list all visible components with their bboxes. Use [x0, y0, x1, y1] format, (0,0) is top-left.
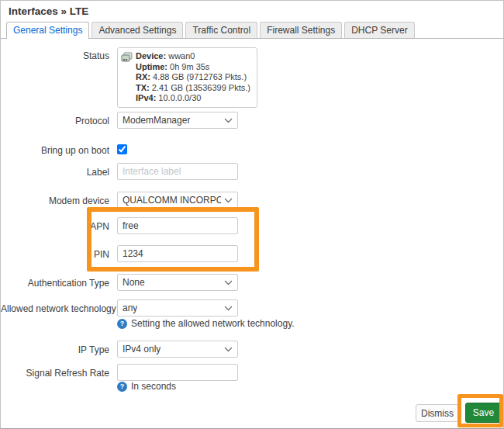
help-text: Setting the allowed network technology.: [131, 318, 295, 329]
chevron-down-icon: [224, 344, 233, 355]
tab-traffic-control[interactable]: Traffic Control: [185, 22, 257, 38]
status-text: Device: wwan0 Uptime: 0h 9m 35s RX: 4.88…: [136, 51, 250, 104]
authentication-type-label: Authentication Type: [1, 278, 109, 289]
chevron-down-icon: [224, 115, 233, 126]
tab-advanced-settings[interactable]: Advanced Settings: [91, 22, 183, 38]
tab-bar: General Settings Advanced Settings Traff…: [1, 22, 503, 39]
status-line: Device: wwan0: [136, 51, 250, 62]
allowed-network-technology-select[interactable]: any: [117, 299, 238, 317]
save-button[interactable]: Save: [465, 403, 502, 423]
signal-refresh-rate-help: ? In seconds: [117, 381, 176, 392]
help-icon: ?: [117, 319, 127, 329]
authentication-type-select-value: None: [123, 277, 145, 288]
authentication-type-select[interactable]: None: [117, 274, 238, 291]
status-line: IPv4: 10.0.0.0/30: [136, 93, 250, 104]
allowed-network-technology-select-value: any: [123, 303, 137, 313]
status-label: Status: [1, 50, 109, 61]
allowed-network-technology-help: ? Setting the allowed network technology…: [117, 318, 295, 329]
signal-refresh-rate-input[interactable]: [117, 364, 238, 381]
help-icon: ?: [117, 382, 127, 392]
interface-icon: [121, 52, 133, 65]
signal-refresh-rate-label: Signal Refresh Rate: [1, 368, 109, 379]
bring-up-on-boot-checkbox[interactable]: [117, 144, 127, 154]
ip-type-select[interactable]: IPv4 only: [117, 341, 238, 358]
ip-type-select-value: IPv4 only: [123, 344, 161, 355]
pin-input[interactable]: [117, 245, 238, 262]
chevron-down-icon: [224, 303, 233, 313]
bring-up-on-boot-label: Bring up on boot: [1, 145, 109, 156]
modem-device-select-value: QUALCOMM INCORPORATE: [123, 195, 221, 206]
modem-device-select[interactable]: QUALCOMM INCORPORATE: [117, 192, 238, 209]
protocol-select[interactable]: ModemManager: [117, 112, 238, 129]
help-text: In seconds: [131, 381, 176, 392]
chevron-down-icon: [224, 277, 233, 288]
interface-edit-dialog: Interfaces » LTE General Settings Advanc…: [0, 0, 504, 429]
tab-dhcp-server[interactable]: DHCP Server: [344, 22, 414, 38]
modem-device-label: Modem device: [1, 195, 109, 206]
status-box: Device: wwan0 Uptime: 0h 9m 35s RX: 4.88…: [117, 47, 257, 108]
chevron-down-icon: [224, 195, 233, 206]
dismiss-button[interactable]: Dismiss: [416, 404, 459, 422]
page-title: Interfaces » LTE: [9, 5, 88, 17]
ip-type-label: IP Type: [1, 344, 109, 355]
protocol-label: Protocol: [1, 116, 109, 126]
apn-input[interactable]: [117, 217, 238, 234]
tab-general-settings[interactable]: General Settings: [6, 22, 89, 38]
status-line: Uptime: 0h 9m 35s: [136, 62, 250, 73]
pin-label: PIN: [1, 249, 109, 260]
status-line: RX: 4.88 GB (9712763 Pkts.): [136, 72, 250, 83]
label-input[interactable]: [117, 163, 238, 180]
allowed-network-technology-label: Allowed network technology: [1, 303, 109, 314]
tab-firewall-settings[interactable]: Firewall Settings: [260, 22, 342, 38]
apn-label: APN: [1, 221, 109, 232]
protocol-select-value: ModemManager: [123, 115, 190, 126]
label-label: Label: [1, 167, 109, 178]
status-line: TX: 2.41 GB (13536399 Pkts.): [136, 83, 250, 94]
